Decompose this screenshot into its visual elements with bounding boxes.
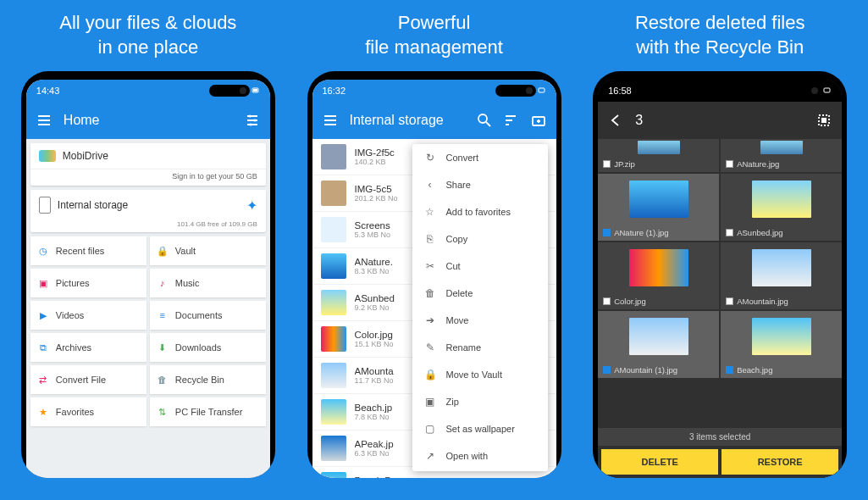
menu-rename[interactable]: ✎Rename [412,334,548,361]
grid-item-videos[interactable]: ▶Videos [30,301,147,330]
file-thumb [321,144,346,169]
menu-icon: 🗑 [424,287,436,299]
menu-move-to-vault[interactable]: 🔒Move to Vault [412,361,548,388]
equalizer-icon[interactable] [245,113,260,128]
select-all-icon[interactable] [816,113,832,128]
grid-label: Favorites [56,407,94,417]
checkbox-icon[interactable] [603,297,611,305]
headline-3: Restore deleted fileswith the Recycle Bi… [635,10,805,61]
grid-item-favorites[interactable]: ★Favorites [30,397,147,426]
picture-icon: ▣ [37,277,49,289]
menu-create-shortcut[interactable]: ↗Create shortcut [412,469,548,471]
menu-icon: ▢ [424,423,436,435]
menu-icon: 🔒 [424,369,436,381]
checkbox-icon[interactable] [726,366,733,374]
mobidrive-card[interactable]: MobiDrive Sign in to get your 50 GB [30,143,266,186]
menu-label: Share [446,180,471,190]
grid-label: Music [175,278,200,288]
checkbox-icon[interactable] [726,297,733,305]
recycle-item[interactable]: ANature.jpg [721,139,842,172]
grid-item-downloads[interactable]: ⬇Downloads [150,333,266,362]
clean-icon[interactable]: ✦ [246,197,257,214]
thumb [629,318,688,355]
item-name: Color.jpg [614,297,646,306]
thumb [752,181,811,218]
menu-label: Rename [446,342,482,353]
grid-item-archives[interactable]: ⧉Archives [30,333,147,362]
search-icon[interactable] [477,113,492,128]
phone-frame-3: 16:58 3 JP.zipANature.jpgANature (1).jpg… [593,71,847,478]
video-icon: ▶ [37,309,49,321]
recycle-item[interactable]: AMountain (1).jpg [598,311,719,378]
phone-icon [39,197,51,214]
menu-label: Delete [446,288,473,298]
item-name: Beach.jpg [737,365,772,375]
grid-item-recent-files[interactable]: ◷Recent files [30,236,147,265]
status-time: 14:43 [36,86,60,96]
thumb [752,249,811,286]
menu-icon[interactable] [36,113,52,128]
grid-item-vault[interactable]: 🔒Vault [150,236,266,265]
item-name: JP.zip [614,159,635,169]
checkbox-icon[interactable] [726,160,733,168]
menu-delete[interactable]: 🗑Delete [412,280,548,307]
menu-add-to-favorites[interactable]: ☆Add to favorites [412,198,548,225]
file-thumb [321,326,346,352]
checkbox-icon[interactable] [726,229,733,236]
recycle-item[interactable]: AMountain.jpg [721,242,842,309]
grid-item-recycle-bin[interactable]: 🗑Recycle Bin [150,365,266,394]
grid-item-documents[interactable]: ≡Documents [150,301,266,330]
recycle-item[interactable]: ASunbed.jpg [721,174,842,241]
menu-convert[interactable]: ↻Convert [412,144,548,171]
menu-label: Copy [446,234,468,244]
back-icon[interactable] [608,113,623,128]
file-thumb [321,181,346,206]
checkbox-icon[interactable] [603,366,611,374]
grid-label: Convert File [56,375,106,385]
menu-open-with[interactable]: ↗Open with [412,442,548,469]
menu-copy[interactable]: ⎘Copy [412,225,548,253]
file-thumb [321,472,346,478]
menu-icon: ‹ [424,179,436,191]
storage-card[interactable]: Internal storage ✦ 101.4 GB free of 109.… [30,190,266,232]
grid-item-music[interactable]: ♪Music [150,269,266,297]
recycle-item[interactable]: ANature (1).jpg [598,174,719,241]
grid-item-pc-file-transfer[interactable]: ⇅PC File Transfer [150,397,266,426]
grid-label: Vault [175,246,196,256]
menu-icon: ☆ [424,206,436,218]
menu-set-as-wallpaper[interactable]: ▢Set as wallpaper [412,415,548,442]
menu-label: Zip [446,397,459,407]
mobidrive-label: MobiDrive [63,150,108,162]
file-name: Beach Pa [355,475,528,478]
menu-move[interactable]: ➔Move [412,307,548,334]
thumb [629,249,688,286]
delete-button[interactable]: DELETE [601,449,718,475]
new-folder-icon[interactable] [531,113,546,128]
grid-label: PC File Transfer [175,407,242,417]
menu-cut[interactable]: ✂Cut [412,253,548,280]
grid-label: Recycle Bin [175,375,224,385]
menu-zip[interactable]: ▣Zip [412,388,548,415]
svg-rect-5 [539,88,545,92]
grid-item-convert-file[interactable]: ⇄Convert File [30,365,147,394]
recycle-item[interactable]: Color.jpg [598,242,719,309]
menu-icon: ✎ [424,342,436,353]
phone-frame-1: 14:43 Home MobiDrive [21,71,275,478]
recycle-item[interactable]: JP.zip [598,139,719,172]
thumb [629,181,688,218]
recycle-item[interactable]: Beach.jpg [721,311,842,378]
star-icon: ★ [37,406,49,418]
restore-button[interactable]: RESTORE [721,449,838,475]
bin-icon: 🗑 [157,374,169,386]
checkbox-icon[interactable] [603,160,611,168]
sort-icon[interactable] [504,113,519,128]
headline-2: Powerfulfile management [365,10,503,61]
menu-icon[interactable] [323,113,338,128]
checkbox-icon[interactable] [603,229,611,236]
item-name: ANature.jpg [737,159,779,169]
menu-share[interactable]: ‹Share [412,171,548,198]
item-name: AMountain (1).jpg [614,365,677,375]
menu-label: Cut [446,261,461,271]
grid-item-pictures[interactable]: ▣Pictures [30,269,147,297]
item-name: ASunbed.jpg [737,228,782,237]
